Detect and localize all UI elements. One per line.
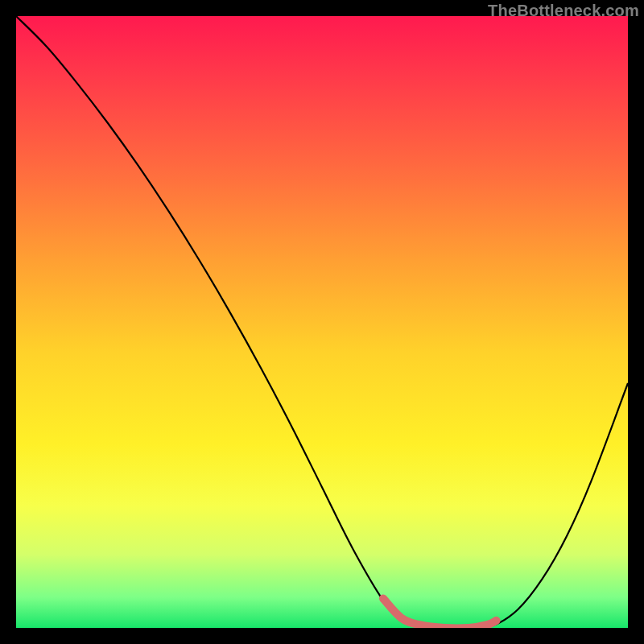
optimal-range-path <box>383 599 497 628</box>
curve-layer <box>16 16 628 628</box>
bottleneck-curve-path <box>16 16 628 628</box>
plot-area <box>16 16 628 628</box>
chart-frame: TheBottleneck.com <box>0 0 644 644</box>
